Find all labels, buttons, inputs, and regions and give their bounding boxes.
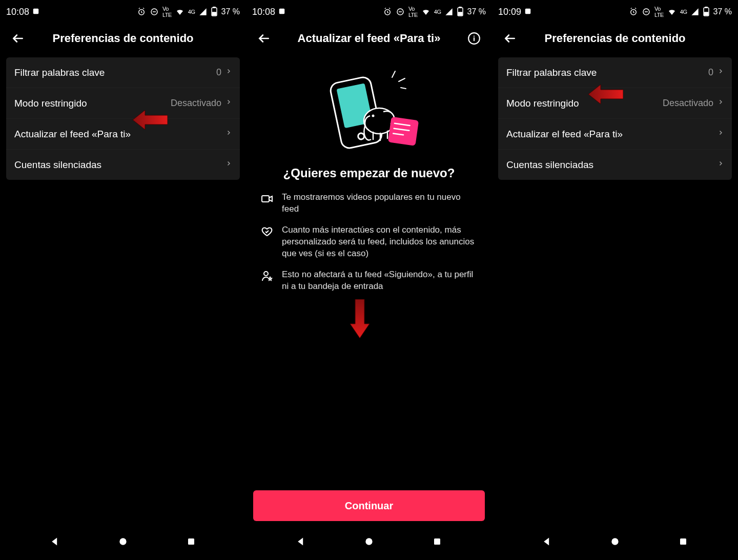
status-time: 10:09 (498, 7, 521, 17)
back-button[interactable] (9, 30, 27, 47)
volte-label: VoLTE (654, 6, 664, 18)
alarm-icon (383, 7, 392, 16)
bullet-no-affect: Esto no afectará a tu feed «Siguiendo», … (260, 269, 478, 293)
unknown-status-icon (32, 7, 39, 17)
back-button[interactable] (501, 30, 519, 47)
chevron-right-icon (225, 159, 232, 171)
row-refresh-feed[interactable]: Actualizar el feed «Para ti» (498, 118, 732, 149)
svg-point-19 (372, 115, 375, 117)
volte-label: VoLTE (408, 6, 418, 18)
screen-3: 10:09 VoLTE 4G 37 % Preferencias de cont… (492, 0, 738, 560)
battery-icon (457, 7, 464, 17)
heart-check-icon (260, 224, 274, 260)
svg-rect-25 (525, 8, 531, 14)
row-label: Cuentas silenciadas (506, 159, 717, 171)
settings-list: Filtrar palabras clave 0 Modo restringid… (6, 57, 240, 180)
nav-back-icon[interactable] (45, 536, 65, 547)
back-button[interactable] (255, 30, 273, 47)
row-label: Filtrar palabras clave (506, 67, 708, 78)
svg-rect-21 (262, 196, 269, 202)
nav-home-icon[interactable] (605, 536, 625, 547)
status-bar: 10:09 VoLTE 4G 37 % (492, 0, 738, 24)
illustration-icon (313, 65, 425, 157)
android-nav-bar (246, 527, 492, 560)
svg-point-31 (611, 538, 618, 545)
row-muted-accounts[interactable]: Cuentas silenciadas (498, 149, 732, 180)
row-value: 0 (708, 67, 713, 78)
battery-percent: 37 % (467, 7, 486, 16)
continue-button[interactable]: Continuar (253, 490, 485, 521)
svg-rect-20 (388, 117, 419, 146)
row-muted-accounts[interactable]: Cuentas silenciadas (6, 149, 240, 180)
row-value: 0 (216, 67, 221, 78)
status-bar: 10:08 VoLTE 4G 37 % (0, 0, 246, 24)
svg-rect-5 (212, 12, 216, 15)
person-star-icon (260, 269, 274, 293)
nav-back-icon[interactable] (537, 536, 557, 547)
wifi-icon (175, 7, 184, 16)
settings-list: Filtrar palabras clave 0 Modo restringid… (498, 57, 732, 180)
nav-home-icon[interactable] (113, 536, 133, 547)
video-icon (260, 192, 274, 215)
row-label: Filtrar palabras clave (14, 67, 216, 78)
svg-point-23 (365, 538, 372, 545)
signal-icon (445, 8, 453, 16)
annotation-arrow-down (348, 299, 371, 339)
alarm-icon (137, 7, 146, 16)
row-label: Modo restringido (506, 98, 663, 109)
page-header: Actualizar el feed «Para ti» (246, 24, 492, 53)
alarm-icon (629, 7, 638, 16)
chevron-right-icon (225, 97, 232, 109)
chevron-right-icon (717, 97, 724, 109)
nav-recent-icon[interactable] (427, 537, 447, 546)
bullet-videos: Te mostraremos videos populares en tu nu… (260, 192, 478, 215)
svg-rect-0 (33, 8, 39, 14)
svg-rect-4 (213, 7, 215, 8)
signal-icon (691, 8, 699, 16)
android-nav-bar (492, 527, 738, 560)
network-label: 4G (188, 9, 195, 15)
page-title: Preferencias de contenido (27, 32, 219, 45)
bullet-text: Cuanto más interactúes con el contenido,… (282, 224, 478, 260)
nav-home-icon[interactable] (359, 536, 379, 547)
status-time: 10:08 (252, 7, 275, 17)
chevron-right-icon (225, 128, 232, 140)
battery-icon (211, 7, 218, 17)
dnd-icon (396, 7, 405, 16)
row-label: Modo restringido (14, 98, 171, 109)
row-label: Actualizar el feed «Para ti» (14, 129, 225, 140)
wifi-icon (421, 7, 430, 16)
wifi-icon (667, 7, 676, 16)
android-nav-bar (0, 527, 246, 560)
svg-rect-30 (704, 12, 708, 15)
network-label: 4G (434, 9, 441, 15)
dnd-icon (150, 7, 159, 16)
continue-label: Continuar (345, 500, 393, 512)
row-filter-keywords[interactable]: Filtrar palabras clave 0 (6, 57, 240, 88)
row-label: Cuentas silenciadas (14, 159, 225, 171)
chevron-right-icon (225, 67, 232, 78)
page-title: Actualizar el feed «Para ti» (273, 32, 465, 45)
screen-2: 10:08 VoLTE 4G 37 % Actualizar el feed «… (246, 0, 492, 560)
refresh-bullets: Te mostraremos videos populares en tu nu… (260, 192, 478, 302)
chevron-right-icon (717, 67, 724, 78)
nav-recent-icon[interactable] (673, 537, 693, 546)
nav-back-icon[interactable] (291, 536, 311, 547)
nav-recent-icon[interactable] (181, 537, 201, 546)
row-restricted-mode[interactable]: Modo restringido Desactivado (6, 88, 240, 118)
battery-icon (703, 7, 710, 17)
status-time: 10:08 (6, 7, 29, 17)
svg-rect-24 (434, 538, 440, 545)
page-header: Preferencias de contenido (492, 24, 738, 53)
row-label: Actualizar el feed «Para ti» (506, 129, 717, 140)
screen-1: 10:08 VoLTE 4G 37 % Preferencias de cont… (0, 0, 246, 560)
info-button[interactable] (465, 30, 483, 47)
dnd-icon (642, 7, 651, 16)
svg-point-6 (119, 538, 126, 545)
chevron-right-icon (717, 159, 724, 171)
annotation-arrow (132, 109, 168, 131)
svg-rect-12 (459, 7, 461, 8)
refresh-heading: ¿Quieres empezar de nuevo? (283, 166, 455, 180)
refresh-feed-content: ¿Quieres empezar de nuevo? Te mostraremo… (246, 53, 492, 527)
row-refresh-feed[interactable]: Actualizar el feed «Para ti» (6, 118, 240, 149)
